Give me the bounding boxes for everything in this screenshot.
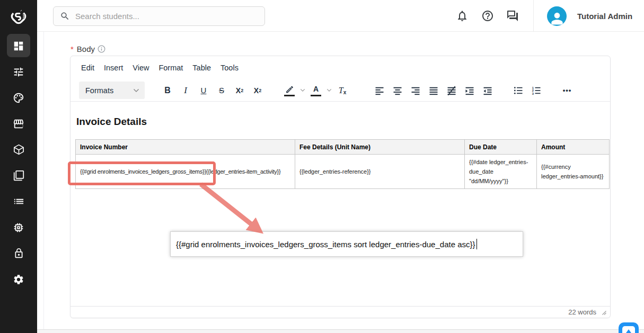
chevron-down-icon: [300, 88, 305, 92]
help-button[interactable]: [481, 9, 495, 23]
menu-tools[interactable]: Tools: [216, 56, 243, 79]
required-marker: *: [70, 44, 74, 53]
sidebar-item-store[interactable]: [0, 111, 37, 137]
search-input[interactable]: [75, 12, 255, 21]
more-toolbar-button[interactable]: •••: [558, 82, 576, 100]
resize-handle-icon[interactable]: [601, 310, 606, 315]
numbered-list-button[interactable]: 123: [527, 82, 545, 100]
cube-icon: [13, 143, 25, 156]
subscript-button[interactable]: X2: [231, 82, 249, 100]
editor-content-area[interactable]: Invoice Details Invoice Number Fee Detai…: [70, 102, 610, 307]
clear-formatting-button[interactable]: Tx: [333, 82, 351, 100]
copy-icon: [13, 170, 24, 181]
content-card-edge: [43, 32, 44, 329]
user-name: Tutorial Admin: [577, 12, 632, 21]
palette-icon: [13, 92, 24, 104]
notifications-button[interactable]: [455, 9, 469, 23]
superscript-button[interactable]: X2: [249, 82, 267, 100]
info-icon[interactable]: [98, 45, 105, 53]
table-row: {{#grid enrolments_invoices_ledgers_gros…: [76, 155, 610, 189]
align-center-button[interactable]: [389, 82, 407, 100]
sidebar: [0, 0, 37, 333]
highlight-color-button[interactable]: [280, 82, 298, 100]
text-cursor: [477, 239, 478, 249]
avatar: [547, 6, 567, 26]
sidebar-item-security[interactable]: [0, 240, 37, 266]
svg-text:3: 3: [532, 92, 534, 95]
sidebar-item-integrations[interactable]: [0, 214, 37, 240]
cell-due-date[interactable]: {{#date ledger_entries-due_date "dd/MM/y…: [465, 155, 537, 189]
formats-dropdown[interactable]: Formats: [79, 82, 145, 99]
menu-insert[interactable]: Insert: [99, 56, 128, 79]
notifications-bell-icon: [456, 10, 469, 22]
indent-button[interactable]: [461, 82, 479, 100]
menu-view[interactable]: View: [128, 56, 154, 79]
align-right-button[interactable]: [407, 82, 425, 100]
text-color-button[interactable]: A: [307, 82, 325, 100]
editor-menubar: Edit Insert View Format Table Tools: [70, 56, 243, 79]
app-logo[interactable]: [0, 0, 37, 33]
text-color-swatch: [311, 95, 321, 96]
header-invoice-number: Invoice Number: [76, 140, 295, 155]
align-none-button[interactable]: [443, 82, 461, 100]
chat-widget-inner: [622, 326, 635, 333]
field-label-text: Body: [77, 44, 95, 53]
word-count: 22 words: [568, 308, 596, 316]
arrow-up-icon: [626, 329, 631, 333]
invoice-details-heading: Invoice Details: [76, 116, 604, 128]
menu-edit[interactable]: Edit: [76, 56, 99, 79]
cell-amount[interactable]: {{#currency ledger_entries-amount}}: [537, 155, 610, 189]
table-header-row: Invoice Number Fee Details (Unit Name) D…: [76, 140, 610, 155]
gear-icon: [13, 274, 24, 285]
menu-format[interactable]: Format: [154, 56, 188, 79]
underline-button[interactable]: U: [195, 82, 213, 100]
sidebar-item-pages[interactable]: [0, 163, 37, 188]
chip-icon: [13, 222, 24, 233]
highlight-color-menu[interactable]: [298, 82, 307, 100]
main-content: *Body Edit Insert View Format Table Tool…: [37, 32, 644, 333]
menu-table[interactable]: Table: [188, 56, 216, 79]
sidebar-item-lists[interactable]: [0, 188, 37, 214]
editor-statusbar: 22 words: [70, 306, 610, 318]
sidebar-item-controls[interactable]: [0, 59, 37, 85]
sidebar-item-dashboard[interactable]: [0, 33, 37, 59]
cell-fee-details[interactable]: {{ledger_entries-reference}}: [295, 155, 465, 189]
sidebar-item-modules[interactable]: [0, 137, 37, 163]
list-icon: [13, 195, 25, 208]
formats-label: Formats: [85, 86, 113, 95]
italic-button[interactable]: I: [177, 82, 195, 100]
search-box[interactable]: [53, 6, 265, 26]
sidebar-item-settings[interactable]: [0, 266, 37, 292]
strikethrough-button[interactable]: S: [213, 82, 231, 100]
chat-widget-button[interactable]: [619, 322, 639, 333]
header-fee-details: Fee Details (Unit Name): [295, 140, 465, 155]
align-justify-button[interactable]: [425, 82, 443, 100]
body-field-label: *Body: [70, 44, 105, 53]
chevron-down-icon: [327, 88, 332, 92]
dashboard-icon: [13, 40, 24, 52]
highlight-pen-icon: [285, 86, 294, 94]
callout-text: {{#grid enrolments_invoices_ledgers_gros…: [176, 240, 475, 249]
messages-button[interactable]: [506, 9, 519, 23]
sidebar-item-appearance[interactable]: [0, 85, 37, 111]
search-icon: [60, 11, 70, 21]
invoice-table: Invoice Number Fee Details (Unit Name) D…: [75, 139, 610, 189]
content-bottom-strip: [37, 330, 644, 333]
cell-invoice-number[interactable]: {{#grid enrolments_invoices_ledgers_gros…: [76, 155, 295, 189]
help-icon: [481, 10, 494, 22]
rich-text-editor: Edit Insert View Format Table Tools Form…: [70, 56, 611, 318]
text-color-menu[interactable]: [325, 82, 333, 100]
app-logo-icon: [9, 7, 28, 26]
bold-button[interactable]: B: [158, 82, 177, 100]
editor-toolbar: Formats B I U S X2 X2 A: [70, 79, 610, 102]
outdent-button[interactable]: [479, 82, 497, 100]
highlight-color-swatch: [284, 95, 295, 96]
align-left-button[interactable]: [370, 82, 389, 100]
messages-icon: [506, 10, 519, 22]
person-icon: [549, 10, 565, 26]
bullet-list-button[interactable]: [509, 82, 527, 100]
sliders-icon: [13, 66, 24, 78]
user-menu[interactable]: Tutorial Admin: [547, 0, 632, 32]
app-screen: Tutorial Admin *Body Edit Insert View Fo…: [0, 0, 644, 333]
header-amount: Amount: [537, 140, 610, 155]
